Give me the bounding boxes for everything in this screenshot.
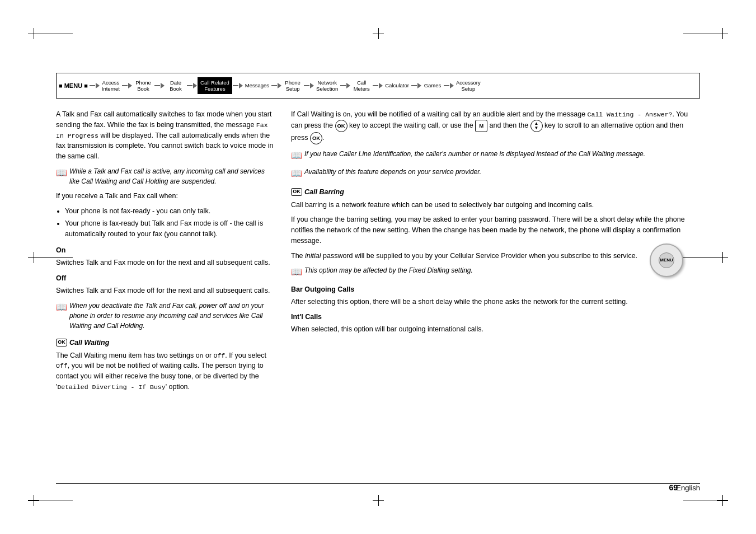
nav-arrow-icon: [444, 83, 454, 88]
note-availability-text: Availability of this feature depends on …: [304, 167, 481, 180]
nav-item-phone-setup[interactable]: Phone Setup: [282, 78, 303, 93]
nav-item-access-internet[interactable]: Access Internet: [100, 78, 121, 93]
nav-arrow-4: [186, 83, 198, 88]
crosshair-bottom-center: [373, 495, 384, 506]
call-barring-para3: The initial password will be supplied to…: [291, 251, 700, 261]
decoration-line: [683, 500, 728, 500]
off-text: Switches Talk and Fax mode off for the n…: [56, 285, 274, 296]
call-barring-para2: If you change the barring setting, you m…: [291, 214, 700, 246]
off-code-2: Off: [56, 362, 68, 369]
note-caller-id: 📖 If you have Caller Line Identification…: [291, 149, 700, 162]
ok-button-inline-2: OK: [310, 132, 322, 144]
call-barring-label: Call Barring: [304, 187, 344, 198]
call-barring-para1: Call barring is a network feature which …: [291, 200, 700, 210]
nav-arrow-icon: [304, 83, 314, 88]
nav-arrow-icon: [90, 83, 100, 88]
nav-item-line1: Call: [357, 79, 366, 86]
nav-item-call-related-features[interactable]: Call Related Features: [198, 77, 232, 95]
nav-arrow-icon: [187, 83, 197, 88]
decoration-line: [683, 34, 728, 34]
nav-item-line1: Calculator: [385, 82, 409, 88]
detailed-diverting-code: Detailed Diverting - If Busy: [57, 383, 165, 391]
nav-arrow-6: [271, 83, 282, 88]
nav-button-inline: ▲▼: [530, 120, 543, 132]
nav-arrow-10: [411, 83, 422, 88]
nav-item-line1: Games: [424, 82, 442, 88]
nav-item-accessory-setup[interactable]: Accessory Setup: [454, 78, 482, 93]
bar-outgoing-text: After selecting this option, there will …: [291, 297, 700, 307]
nav-arrow-icon: [373, 83, 383, 88]
menu-button-center: MENU: [659, 252, 674, 268]
nav-item-phone-book[interactable]: Phone Book: [133, 78, 154, 93]
menu-button-graphic: MENU: [650, 243, 683, 277]
nav-item-line2: Features: [204, 86, 226, 92]
nav-item-line1: Phone: [135, 79, 151, 86]
nav-arrow-icon: [233, 83, 243, 88]
nav-item-messages[interactable]: Messages: [243, 81, 271, 90]
note-icon: 📖: [56, 166, 67, 186]
note-icon-2: 📖: [56, 301, 67, 331]
right-column: If Call Waiting is On, you will be notif…: [291, 109, 700, 472]
note-fixed-dialling: 📖 This option may be affected by the Fix…: [291, 265, 700, 279]
nav-item-line2: Setup: [286, 86, 300, 92]
note-icon-3: 📖: [291, 149, 302, 162]
note-deactivate-text: When you deactivate the Talk and Fax cal…: [69, 301, 274, 331]
decoration-line: [28, 34, 73, 34]
note-caller-id-text: If you have Caller Line Identification, …: [304, 149, 645, 162]
nav-item-line2: Selection: [316, 86, 338, 92]
bullet-not-fax-ready: Your phone is not fax-ready - you can on…: [65, 206, 274, 217]
note-icon-5: 📖: [291, 265, 302, 279]
ok-badge-call-barring: OK: [291, 188, 302, 196]
fax-call-bullets: Your phone is not fax-ready - you can on…: [65, 206, 274, 240]
note-availability: 📖 Availability of this feature depends o…: [291, 167, 700, 180]
nav-item-line2: Setup: [461, 86, 475, 92]
nav-item-line1: Network: [317, 79, 337, 86]
note-talk-fax-active: 📖 While a Talk and Fax call is active, a…: [56, 166, 274, 186]
main-content: A Talk and Fax call automatically switch…: [56, 109, 700, 472]
on-code: On: [196, 352, 204, 359]
fax-in-progress-code: Fax In Progress: [56, 121, 268, 139]
nav-item-games[interactable]: Games: [422, 81, 443, 90]
nav-item-calculator[interactable]: Calculator: [383, 81, 411, 90]
nav-item-call-meters[interactable]: Call Meters: [351, 78, 372, 93]
nav-arrow-icon: [271, 83, 281, 88]
nav-item-network-selection[interactable]: Network Selection: [314, 78, 340, 93]
call-waiting-para: The Call Waiting menu item has two setti…: [56, 350, 274, 392]
bullet-fax-ready-off: Your phone is fax-ready but Talk and Fax…: [65, 218, 274, 240]
menu-text: ■ MENU ■: [59, 82, 88, 89]
nav-arrow-icon: [154, 83, 165, 88]
nav-item-date-book[interactable]: Date Book: [165, 78, 186, 93]
off-code: Off: [214, 352, 226, 359]
intl-calls-text: When selected, this option will bar outg…: [291, 324, 700, 335]
note-icon-4: 📖: [291, 167, 302, 180]
m-button-inline: M: [475, 120, 487, 132]
fax-description-para: A Talk and Fax call automatically switch…: [56, 109, 274, 162]
on-text: Switches Talk and Fax mode on for the ne…: [56, 257, 274, 268]
nav-item-line1: Phone: [285, 79, 300, 86]
nav-item-line1: Access: [102, 79, 120, 86]
page-language: English: [676, 484, 700, 492]
nav-arrows: ▲▼: [534, 121, 539, 130]
nav-arrow-icon: [411, 83, 421, 88]
nav-item-line1: Messages: [245, 82, 269, 88]
nav-item-line1: Accessory: [456, 79, 481, 86]
decoration-line: [28, 500, 73, 500]
note-talk-fax-text: While a Talk and Fax call is active, any…: [69, 166, 274, 186]
call-waiting-label: Call Waiting: [69, 338, 109, 348]
note-deactivate-fax: 📖 When you deactivate the Talk and Fax c…: [56, 301, 274, 331]
nav-arrow-5: [232, 83, 243, 88]
call-barring-heading: OK Call Barring: [291, 187, 700, 198]
ok-badge-call-waiting: OK: [56, 339, 67, 346]
left-column: A Talk and Fax call automatically switch…: [56, 109, 274, 472]
nav-item-line2: Internet: [102, 86, 120, 92]
nav-arrow-3: [154, 83, 165, 88]
intl-calls-heading: Int'l Calls: [291, 312, 700, 322]
nav-item-line2: Book: [137, 86, 149, 92]
menu-button-label: MENU: [660, 257, 673, 264]
nav-arrow-9: [372, 83, 383, 88]
nav-arrow-icon: [340, 83, 350, 88]
initial-italic: initial: [305, 252, 321, 260]
crosshair-top-center: [373, 28, 384, 39]
bottom-rule: [56, 483, 700, 484]
call-waiting-if-on-para: If Call Waiting is On, you will be notif…: [291, 109, 700, 144]
